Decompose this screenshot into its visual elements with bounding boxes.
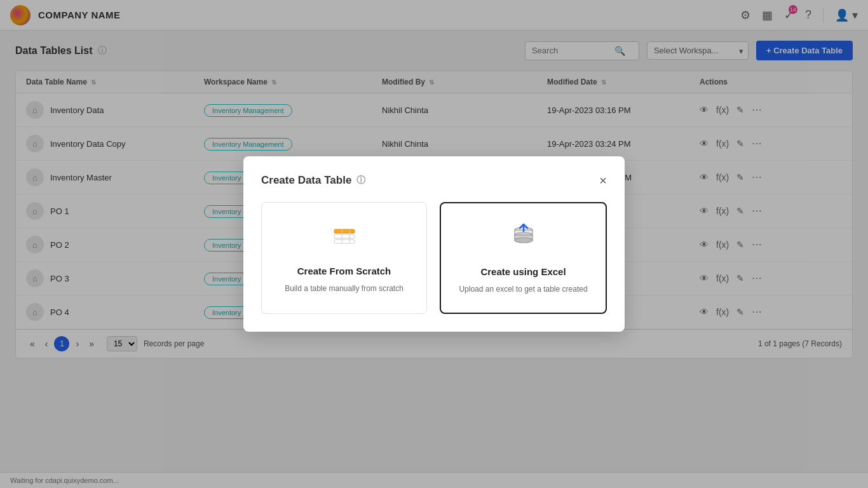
svg-rect-1 (334, 234, 355, 238)
modal-close-button[interactable]: × (599, 174, 607, 187)
svg-rect-0 (334, 229, 355, 233)
excel-icon (508, 221, 539, 257)
modal-options: Create From Scratch Build a table manual… (261, 202, 607, 314)
svg-point-9 (515, 238, 532, 243)
svg-rect-2 (334, 240, 355, 243)
modal-title: Create Data Table ⓘ (261, 174, 365, 187)
create-data-table-modal: Create Data Table ⓘ × Create (243, 156, 625, 332)
excel-option-title: Create using Excel (480, 266, 566, 277)
scratch-icon (329, 220, 360, 257)
modal-info-icon: ⓘ (356, 175, 365, 186)
excel-option-desc: Upload an excel to get a table created (459, 283, 587, 295)
scratch-option-title: Create From Scratch (297, 266, 391, 276)
scratch-option-desc: Build a table manually from scratch (285, 283, 403, 294)
modal-overlay[interactable]: Create Data Table ⓘ × Create (0, 0, 868, 488)
create-using-excel-option[interactable]: Create using Excel Upload an excel to ge… (440, 202, 607, 314)
modal-header: Create Data Table ⓘ × (261, 174, 607, 187)
create-from-scratch-option[interactable]: Create From Scratch Build a table manual… (261, 202, 427, 314)
